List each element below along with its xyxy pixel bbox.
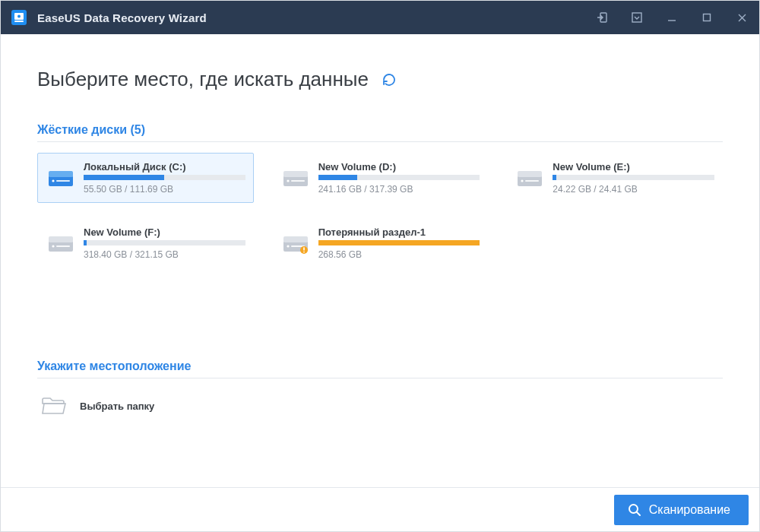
app-logo-icon	[10, 8, 28, 27]
disk-grid: Локальный Диск (C:)55.50 GB / 111.69 GB …	[37, 153, 723, 268]
disk-card[interactable]: New Volume (E:)24.22 GB / 24.41 GB	[506, 153, 723, 203]
hard-drive-icon	[515, 161, 545, 192]
svg-point-21	[52, 245, 54, 247]
usage-bar	[553, 175, 714, 180]
svg-rect-24	[283, 236, 308, 242]
svg-point-17	[521, 179, 524, 182]
divider	[37, 378, 723, 378]
close-button[interactable]	[724, 1, 759, 34]
page-heading: Выберите место, где искать данные	[37, 68, 369, 91]
footer: Сканирование	[1, 487, 759, 531]
disks-section-label: Жёсткие диски (5)	[37, 123, 723, 137]
svg-rect-22	[56, 245, 70, 247]
disk-card[interactable]: Локальный Диск (C:)55.50 GB / 111.69 GB	[37, 153, 254, 203]
svg-point-28	[303, 252, 305, 253]
svg-point-2	[17, 15, 21, 18]
disk-capacity: 318.40 GB / 321.15 GB	[84, 249, 245, 260]
disk-name: Локальный Диск (C:)	[84, 161, 245, 173]
disk-capacity: 24.22 GB / 24.41 GB	[553, 184, 714, 195]
login-icon[interactable]	[584, 1, 619, 34]
disk-card[interactable]: Потерянный раздел-1268.56 GB	[272, 218, 489, 268]
svg-rect-14	[291, 180, 305, 182]
scan-button[interactable]: Сканирование	[614, 495, 749, 525]
divider	[37, 141, 723, 142]
disk-capacity: 241.16 GB / 317.39 GB	[318, 184, 480, 195]
svg-point-13	[287, 179, 289, 182]
dropdown-menu-icon[interactable]	[619, 1, 654, 34]
usage-bar	[84, 175, 245, 180]
disk-name: New Volume (F:)	[84, 226, 245, 238]
svg-rect-20	[49, 236, 73, 242]
usage-bar	[318, 240, 480, 245]
refresh-icon[interactable]	[379, 70, 399, 90]
disk-card[interactable]: New Volume (D:)241.16 GB / 317.39 GB	[272, 153, 489, 203]
scan-button-label: Сканирование	[649, 503, 730, 517]
disk-name: New Volume (E:)	[553, 161, 714, 173]
main-content: Выберите место, где искать данные Жёстки…	[1, 34, 759, 487]
usage-bar	[84, 240, 245, 245]
folder-open-icon	[40, 395, 68, 416]
lost-partition-icon	[280, 226, 311, 257]
svg-rect-10	[56, 180, 70, 182]
svg-rect-12	[283, 171, 308, 177]
hard-drive-icon	[280, 161, 311, 192]
svg-rect-6	[704, 14, 711, 21]
location-section-label: Укажите местоположение	[37, 359, 723, 373]
svg-point-25	[287, 245, 289, 247]
disk-name: Потерянный раздел-1	[318, 226, 480, 238]
disk-capacity: 55.50 GB / 111.69 GB	[84, 184, 245, 195]
disk-capacity: 268.56 GB	[318, 249, 480, 260]
choose-folder-row[interactable]: Выбрать папку	[37, 391, 723, 421]
svg-rect-16	[518, 171, 542, 177]
svg-rect-8	[49, 171, 73, 177]
svg-rect-3	[14, 21, 24, 22]
disk-card[interactable]: New Volume (F:)318.40 GB / 321.15 GB	[37, 218, 254, 268]
svg-point-9	[52, 179, 54, 182]
minimize-button[interactable]	[654, 1, 689, 34]
choose-folder-label: Выбрать папку	[80, 401, 154, 412]
usage-bar	[318, 175, 480, 180]
svg-rect-5	[632, 13, 641, 22]
hard-drive-icon	[46, 226, 76, 257]
hard-drive-icon	[46, 161, 76, 192]
maximize-button[interactable]	[689, 1, 724, 34]
svg-rect-18	[525, 180, 539, 182]
disk-name: New Volume (D:)	[318, 161, 480, 173]
app-title: EaseUS Data Recovery Wizard	[37, 11, 207, 24]
titlebar: EaseUS Data Recovery Wizard	[1, 1, 759, 34]
search-icon	[628, 503, 641, 517]
